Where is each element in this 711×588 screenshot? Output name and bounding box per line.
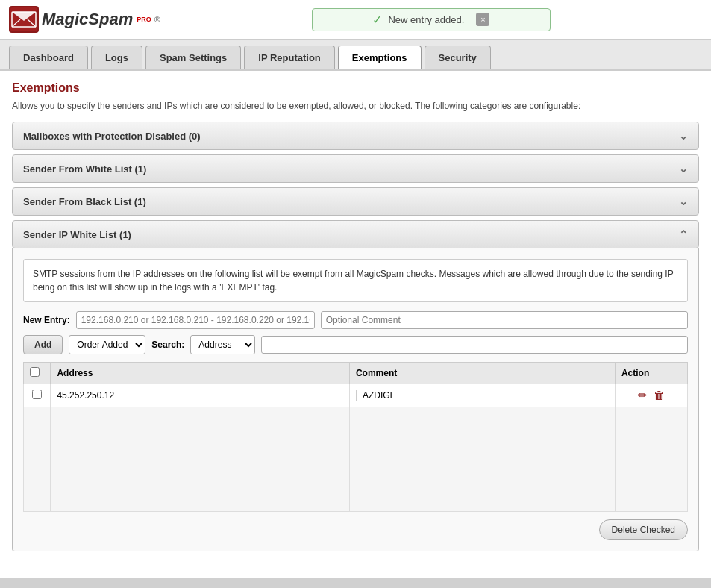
empty-cell: [349, 407, 615, 512]
table-footer: Delete Checked: [23, 519, 688, 540]
entry-row: New Entry:: [23, 311, 688, 329]
delete-button[interactable]: 🗑: [654, 389, 665, 401]
new-entry-label: New Entry:: [23, 315, 70, 325]
chevron-down-icon: ⌄: [679, 130, 688, 142]
accordion-sender-black-header[interactable]: Sender From Black List (1) ⌄: [12, 187, 699, 216]
logo-reg: ®: [154, 15, 160, 24]
row-address-cell: 45.252.250.12: [51, 384, 350, 407]
tab-ip-reputation[interactable]: IP Reputation: [244, 46, 335, 69]
empty-cell: [51, 407, 350, 512]
empty-cell: [615, 407, 687, 512]
row-action-cell: ✏︎ 🗑: [615, 384, 687, 407]
logo: MagicSpam PRO ®: [9, 6, 160, 33]
header: MagicSpam PRO ® ✓ New entry added. ×: [0, 0, 711, 40]
accordion-sender-black: Sender From Black List (1) ⌄: [12, 187, 699, 216]
search-type-select[interactable]: Address Comment: [190, 335, 255, 354]
accordion-sender-ip-white-header[interactable]: Sender IP White List (1) ⌃: [12, 220, 699, 248]
controls-row: Add Order Added Alphabetical Search: Add…: [23, 335, 688, 354]
search-label: Search:: [151, 340, 184, 350]
add-button[interactable]: Add: [23, 335, 63, 354]
main-content: Exemptions Allows you to specify the sen…: [0, 71, 711, 578]
col-header-comment: Comment: [349, 363, 615, 384]
empty-row: [24, 407, 688, 512]
accordion-sender-black-label: Sender From Black List (1): [23, 196, 146, 207]
info-box: SMTP sessions from the IP addresses on t…: [23, 259, 688, 302]
accordion-mailboxes-header[interactable]: Mailboxes with Protection Disabled (0) ⌄: [12, 122, 699, 150]
tab-spam-settings[interactable]: Spam Settings: [145, 46, 241, 69]
tab-dashboard[interactable]: Dashboard: [9, 46, 88, 69]
tab-logs[interactable]: Logs: [91, 46, 142, 69]
ip-white-table: Address Comment Action 45.252.250.12 AZD…: [23, 362, 688, 512]
row-checkbox[interactable]: [32, 390, 42, 399]
select-all-checkbox[interactable]: [30, 367, 40, 377]
row-comment-cell: AZDIGI: [349, 384, 615, 407]
accordion-mailboxes-label: Mailboxes with Protection Disabled (0): [23, 131, 201, 142]
accordion-sender-ip-white: Sender IP White List (1) ⌃ SMTP sessions…: [12, 220, 699, 551]
notification-check-icon: ✓: [372, 13, 382, 27]
chevron-down-icon: ⌄: [679, 163, 688, 175]
col-header-address: Address: [51, 363, 350, 384]
accordion-sender-white-label: Sender From White List (1): [23, 163, 146, 175]
delete-checked-button[interactable]: Delete Checked: [599, 519, 688, 540]
tab-exemptions[interactable]: Exemptions: [338, 46, 422, 69]
chevron-down-icon: ⌄: [679, 196, 688, 207]
table-header-row: Address Comment Action: [24, 363, 688, 384]
logo-icon: [9, 6, 39, 33]
page-description: Allows you to specify the senders and IP…: [12, 101, 699, 111]
notification-text: New entry added.: [388, 14, 464, 25]
accordion-sender-ip-white-body: SMTP sessions from the IP addresses on t…: [12, 248, 699, 551]
page-title: Exemptions: [12, 81, 699, 95]
col-header-action: Action: [615, 363, 687, 384]
accordion-sender-white: Sender From White List (1) ⌄: [12, 154, 699, 183]
chevron-up-icon: ⌃: [679, 228, 688, 240]
table-row: 45.252.250.12 AZDIGI ✏︎ 🗑: [24, 384, 688, 407]
accordion-sender-white-header[interactable]: Sender From White List (1) ⌄: [12, 154, 699, 183]
search-input[interactable]: [261, 336, 688, 354]
empty-cell: [24, 407, 51, 512]
notification-bar: ✓ New entry added. ×: [312, 8, 551, 31]
nav-tabs: Dashboard Logs Spam Settings IP Reputati…: [0, 40, 711, 71]
notification-close-button[interactable]: ×: [476, 13, 489, 26]
accordion-sender-ip-white-label: Sender IP White List (1): [23, 229, 131, 240]
separator-bar: [356, 390, 357, 401]
row-comment-text: AZDIGI: [363, 390, 392, 401]
row-checkbox-cell: [24, 384, 51, 407]
new-entry-input[interactable]: [76, 311, 315, 329]
tab-security[interactable]: Security: [425, 46, 491, 69]
logo-pro-badge: PRO: [137, 16, 151, 23]
col-header-checkbox: [24, 363, 51, 384]
accordion-mailboxes: Mailboxes with Protection Disabled (0) ⌄: [12, 122, 699, 150]
order-select[interactable]: Order Added Alphabetical: [69, 335, 145, 354]
comment-input[interactable]: [321, 311, 688, 329]
edit-button[interactable]: ✏︎: [638, 389, 648, 402]
logo-text: MagicSpam: [42, 10, 133, 29]
